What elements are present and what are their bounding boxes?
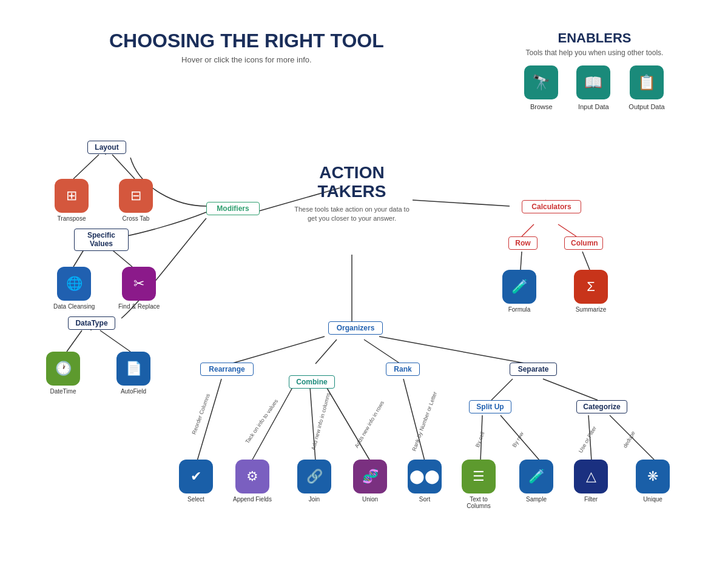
browse-label: Browse <box>530 103 553 110</box>
svg-line-17 <box>231 336 325 364</box>
summarize-icon: Σ <box>574 270 608 304</box>
find-replace-label: Find & Replace <box>118 303 160 310</box>
tool-cross-tab[interactable]: ⊟ Cross Tab <box>119 179 153 222</box>
svg-line-11 <box>522 224 534 236</box>
svg-line-19 <box>364 340 400 364</box>
svg-line-18 <box>315 340 337 364</box>
output-data-icon: 📋 <box>630 65 664 99</box>
append-fields-icon: ⚙ <box>235 460 269 493</box>
autofield-label: AutoField <box>121 388 146 395</box>
enablers-section: ENABLERS Tools that help you when using … <box>510 30 679 110</box>
data-cleansing-icon: 🌐 <box>57 267 91 301</box>
tool-sort[interactable]: ⬤⬤ Sort <box>408 460 442 503</box>
tool-find-replace[interactable]: ✂ Find & Replace <box>118 267 160 310</box>
tool-append-fields[interactable]: ⚙ Append Fields <box>233 460 272 503</box>
tool-filter[interactable]: △ Filter <box>574 460 608 503</box>
enablers-description: Tools that help you when using other too… <box>510 49 679 57</box>
output-data-label: Output Data <box>629 103 664 110</box>
node-split-up[interactable]: Split Up <box>469 400 511 413</box>
label-by-row: By row <box>511 431 525 449</box>
cross-tab-icon: ⊟ <box>119 179 153 213</box>
union-label: Union <box>362 496 378 503</box>
label-use-or-filter: Use or Filter <box>578 425 598 453</box>
node-row[interactable]: Row <box>508 236 538 250</box>
filter-label: Filter <box>584 496 598 503</box>
node-modifiers[interactable]: Modifiers <box>206 202 260 215</box>
node-organizers[interactable]: Organizers <box>328 321 383 335</box>
tool-transpose[interactable]: ⊞ Transpose <box>55 179 89 222</box>
node-layout[interactable]: Layout <box>87 141 126 154</box>
tool-summarize[interactable]: Σ Summarize <box>574 270 608 313</box>
svg-line-0 <box>73 155 99 179</box>
browse-icon: 🔭 <box>524 65 558 99</box>
enabler-input-data[interactable]: 📖 Input Data <box>576 65 610 110</box>
append-fields-label: Append Fields <box>233 496 272 503</box>
enablers-heading: ENABLERS <box>510 30 679 46</box>
union-icon: 🧬 <box>353 460 387 493</box>
summarize-label: Summarize <box>576 306 607 313</box>
main-heading: CHOOSING THE RIGHT TOOL <box>109 30 384 52</box>
input-data-label: Input Data <box>578 103 609 110</box>
enablers-icons-row: 🔭 Browse 📖 Input Data 📋 Output Data <box>510 65 679 110</box>
select-icon: ✔ <box>179 460 213 493</box>
label-add-new-info-columns: Add new info in columns <box>310 392 331 451</box>
tool-select[interactable]: ✔ Select <box>179 460 213 503</box>
action-takers-heading: ACTION TAKERS <box>291 164 413 201</box>
enabler-output-data[interactable]: 📋 Output Data <box>629 65 664 110</box>
node-column[interactable]: Column <box>564 236 603 250</box>
tool-autofield[interactable]: 📄 AutoField <box>116 352 150 395</box>
tool-union[interactable]: 🧬 Union <box>353 460 387 503</box>
svg-line-27 <box>543 379 598 400</box>
node-combine[interactable]: Combine <box>289 375 335 389</box>
formula-label: Formula <box>508 306 531 313</box>
tool-join[interactable]: 🔗 Join <box>297 460 331 503</box>
node-categorize[interactable]: Categorize <box>576 400 627 413</box>
node-specific-values[interactable]: Specific Values <box>74 229 129 251</box>
unique-label: Unique <box>643 496 662 503</box>
svg-line-24 <box>322 379 370 461</box>
data-cleansing-label: Data Cleansing <box>53 303 95 310</box>
svg-line-6 <box>67 330 82 352</box>
tool-unique[interactable]: ❋ Unique <box>636 460 670 503</box>
join-icon: 🔗 <box>297 460 331 493</box>
node-separate[interactable]: Separate <box>510 363 557 376</box>
sample-icon: 🧪 <box>519 460 553 493</box>
page: CHOOSING THE RIGHT TOOL Hover or click t… <box>0 0 728 562</box>
filter-icon: △ <box>574 460 608 493</box>
tool-data-cleansing[interactable]: 🌐 Data Cleansing <box>53 267 95 310</box>
svg-line-7 <box>100 330 130 352</box>
node-datatype[interactable]: DataType <box>68 316 115 330</box>
label-add-new-info-rows: Adds new info in rows <box>354 400 385 449</box>
sample-label: Sample <box>526 496 547 503</box>
find-replace-icon: ✂ <box>122 267 156 301</box>
input-data-icon: 📖 <box>576 65 610 99</box>
sort-label: Sort <box>419 496 430 503</box>
datetime-icon: 🕐 <box>46 352 80 386</box>
label-dedupe: dedupe <box>622 430 636 449</box>
cross-tab-label: Cross Tab <box>123 215 150 222</box>
tool-datetime[interactable]: 🕐 DateTime <box>46 352 80 395</box>
node-rank[interactable]: Rank <box>386 363 420 376</box>
enabler-browse[interactable]: 🔭 Browse <box>524 65 558 110</box>
label-rank-by-number: Rank by Number or Letter <box>411 391 438 452</box>
tool-sample[interactable]: 🧪 Sample <box>519 460 553 503</box>
unique-icon: ❋ <box>636 460 670 493</box>
svg-line-26 <box>491 379 513 400</box>
label-tack-on-info: Tack on info to values <box>244 398 279 445</box>
text-to-columns-icon: ☰ <box>462 460 496 493</box>
formula-icon: 🧪 <box>502 270 536 304</box>
tool-text-to-columns[interactable]: ☰ Text to Columns <box>457 460 500 509</box>
node-calculators[interactable]: Calculators <box>522 200 581 213</box>
text-to-columns-label: Text to Columns <box>457 496 500 509</box>
tool-formula[interactable]: 🧪 Formula <box>502 270 536 313</box>
main-subtitle: Hover or click the icons for more info. <box>109 55 384 64</box>
autofield-icon: 📄 <box>116 352 150 386</box>
svg-line-14 <box>582 252 590 270</box>
transpose-icon: ⊞ <box>55 179 89 213</box>
svg-line-15 <box>413 200 510 206</box>
svg-line-12 <box>558 224 576 236</box>
select-label: Select <box>187 496 204 503</box>
node-rearrange[interactable]: Rearrange <box>200 363 254 376</box>
transpose-label: Transpose <box>58 215 86 222</box>
action-takers-description: These tools take action on your data to … <box>291 205 413 224</box>
